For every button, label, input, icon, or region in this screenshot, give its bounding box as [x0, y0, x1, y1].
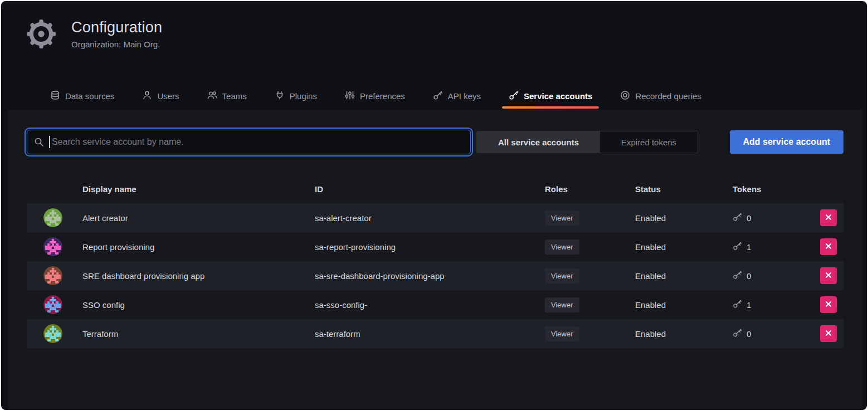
display-name: Terraform [82, 329, 315, 339]
tab-teams[interactable]: Teams [201, 82, 253, 110]
status-text: Enabled [635, 329, 733, 339]
toolbar: All service accounts Expired tokens Add … [27, 130, 843, 154]
sliders-icon [345, 90, 355, 102]
table-row[interactable]: Alert creator sa-alert-creator Viewer En… [27, 203, 843, 232]
display-name: SSO config [82, 300, 315, 310]
page-header: Configuration Organization: Main Org. [1, 1, 867, 49]
tab-data-sources[interactable]: Data sources [43, 82, 121, 110]
key-icon [733, 328, 742, 339]
tab-label: API keys [448, 91, 481, 101]
key-icon [733, 299, 742, 310]
add-service-account-button[interactable]: Add service account [730, 130, 844, 154]
filter-expired-tokens[interactable]: Expired tokens [600, 131, 698, 153]
account-id: sa-sso-config- [315, 300, 545, 310]
header-id: ID [315, 184, 545, 194]
filter-all-service-accounts[interactable]: All service accounts [477, 131, 600, 153]
tab-label: Recorded queries [635, 91, 701, 101]
user-icon [142, 90, 152, 102]
filter-group: All service accounts Expired tokens [476, 131, 698, 153]
roles-cell: Viewer [545, 239, 635, 255]
tab-content-panel: All service accounts Expired tokens Add … [8, 110, 862, 410]
tab-users[interactable]: Users [135, 82, 186, 110]
close-icon [825, 213, 832, 223]
role-badge[interactable]: Viewer [545, 211, 579, 226]
app-window: Configuration Organization: Main Org. Da… [0, 0, 868, 411]
delete-button[interactable] [820, 267, 837, 284]
key-icon [733, 212, 742, 223]
delete-button[interactable] [820, 238, 837, 255]
status-text: Enabled [635, 271, 733, 281]
page-subtitle: Organization: Main Org. [71, 40, 162, 49]
status-text: Enabled [635, 300, 733, 310]
display-name: SRE dashboard provisioning app [82, 271, 315, 281]
tokens-cell: 0 [733, 270, 815, 281]
status-text: Enabled [635, 242, 733, 252]
tokens-cell: 0 [733, 328, 815, 339]
actions-cell [815, 238, 843, 255]
tab-preferences[interactable]: Preferences [338, 82, 412, 110]
token-count: 0 [747, 271, 751, 281]
database-icon [50, 90, 60, 102]
account-id: sa-report-provisioning [315, 242, 545, 252]
tokens-cell: 0 [733, 212, 815, 223]
table-body: Alert creator sa-alert-creator Viewer En… [27, 203, 843, 348]
token-count: 0 [747, 213, 751, 223]
tab-label: Users [157, 91, 179, 101]
tab-api-keys[interactable]: API keys [426, 82, 487, 110]
header-display-name: Display name [82, 184, 315, 194]
delete-button[interactable] [820, 325, 837, 342]
tab-bar: Data sources Users [1, 82, 867, 110]
avatar [43, 237, 62, 256]
account-id: sa-sre-dashboard-provisioning-app [315, 271, 545, 281]
avatar [43, 266, 62, 285]
display-name: Alert creator [82, 213, 315, 223]
page-titles: Configuration Organization: Main Org. [71, 19, 162, 49]
header-status: Status [635, 184, 733, 194]
token-count: 0 [747, 329, 751, 339]
avatar [43, 324, 62, 343]
page-header-area: Configuration Organization: Main Org. Da… [1, 1, 867, 110]
tab-plugins[interactable]: Plugins [268, 82, 324, 110]
close-icon [825, 271, 832, 281]
avatar-cell [27, 324, 82, 343]
table-row[interactable]: SSO config sa-sso-config- Viewer Enabled… [27, 290, 843, 319]
delete-button[interactable] [820, 296, 837, 313]
key-icon [433, 90, 443, 102]
service-accounts-table: Display name ID Roles Status Tokens [27, 174, 843, 348]
close-icon [825, 242, 832, 252]
display-name: Report provisioning [82, 242, 315, 252]
role-badge[interactable]: Viewer [545, 268, 579, 283]
gear-icon [26, 19, 56, 49]
tab-recorded-queries[interactable]: Recorded queries [613, 82, 708, 110]
table-header: Display name ID Roles Status Tokens [27, 174, 843, 203]
role-badge[interactable]: Viewer [545, 297, 579, 312]
table-row[interactable]: Terraform sa-terraform Viewer Enabled 0 [27, 319, 843, 348]
active-tab-indicator [502, 106, 599, 109]
text-cursor [49, 136, 50, 148]
tab-label: Preferences [360, 91, 405, 101]
token-count: 1 [747, 242, 751, 252]
roles-cell: Viewer [545, 297, 635, 312]
actions-cell [815, 209, 843, 226]
tab-label: Service accounts [524, 91, 592, 101]
actions-cell [815, 267, 843, 284]
tab-label: Teams [222, 91, 247, 101]
close-icon [825, 300, 832, 310]
header-tokens: Tokens [733, 184, 815, 194]
delete-button[interactable] [820, 209, 837, 226]
key-icon [509, 90, 519, 102]
roles-cell: Viewer [545, 326, 635, 341]
token-count: 1 [747, 300, 751, 310]
table-row[interactable]: Report provisioning sa-report-provisioni… [27, 232, 843, 261]
close-icon [825, 329, 832, 339]
record-icon [620, 90, 630, 102]
role-badge[interactable]: Viewer [545, 239, 579, 255]
roles-cell: Viewer [545, 268, 635, 283]
tokens-cell: 1 [733, 299, 815, 310]
table-row[interactable]: SRE dashboard provisioning app sa-sre-da… [27, 261, 843, 290]
key-icon [733, 241, 742, 252]
role-badge[interactable]: Viewer [545, 326, 579, 341]
search-input[interactable] [27, 130, 471, 154]
tab-label: Plugins [290, 91, 317, 101]
tab-service-accounts[interactable]: Service accounts [502, 82, 599, 110]
